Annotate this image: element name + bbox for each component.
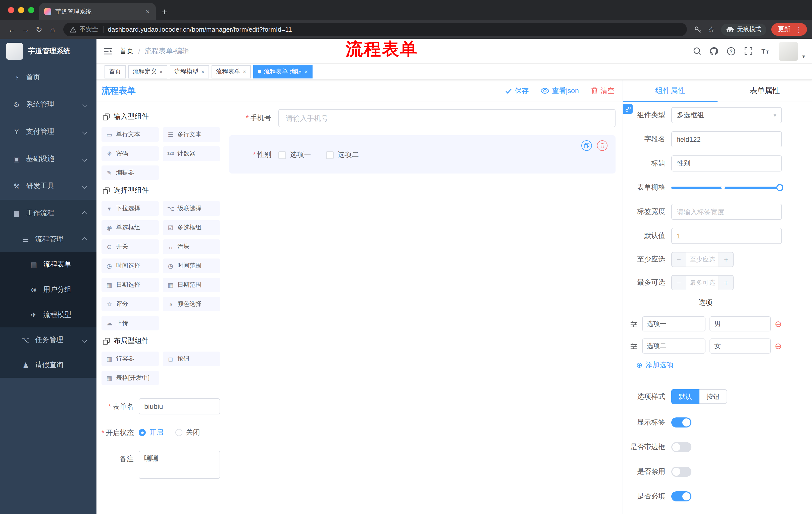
tag-4[interactable]: 流程表单-编辑× (253, 65, 313, 78)
sidebar-item-tools[interactable]: ⚒研发工具 (0, 172, 96, 200)
toggle-switch[interactable] (671, 442, 691, 452)
option-value-input[interactable] (710, 316, 771, 331)
toggle-switch[interactable] (671, 417, 691, 428)
component-checkbox-group[interactable]: ☑多选框组 (163, 220, 220, 235)
browser-tab[interactable]: 芋道管理系统 × (39, 3, 156, 20)
bookmark-star-icon[interactable]: ☆ (704, 25, 718, 34)
tag-2[interactable]: 流程模型× (170, 65, 209, 78)
sidebar-item-user-group[interactable]: ⊚用户分组 (0, 277, 96, 302)
form-canvas[interactable]: *手机号 (224, 102, 622, 514)
component-time[interactable]: ◷时间选择 (102, 259, 159, 273)
browser-update-button[interactable]: 更新 ⋮ (771, 23, 807, 36)
remove-option-icon[interactable]: ⊖ (775, 320, 782, 328)
sidebar-item-gear[interactable]: ⚙系统管理 (0, 91, 96, 118)
fullscreen-icon[interactable] (742, 45, 755, 58)
component-multi-text[interactable]: ☰多行文本 (163, 127, 220, 142)
label-width-input[interactable] (671, 204, 782, 220)
forward-button[interactable]: → (19, 25, 32, 34)
sidebar-item-pay[interactable]: ¥支付管理 (0, 118, 96, 145)
sidebar-item-task[interactable]: ⌥任务管理 (0, 327, 96, 353)
component-time-range[interactable]: ◷时间范围 (163, 259, 220, 273)
remove-option-icon[interactable]: ⊖ (775, 342, 782, 350)
option-label-input[interactable] (642, 316, 706, 331)
component-radio-group[interactable]: ◉单选框组 (102, 220, 159, 235)
tab-form-props[interactable]: 表单属性 (718, 80, 812, 102)
canvas-field-gender-selected[interactable]: *性别 选项一 选项二 (229, 135, 615, 173)
component-counter[interactable]: 123计数器 (163, 146, 220, 161)
component-row[interactable]: ▥行容器 (102, 352, 159, 366)
tag-close-icon[interactable]: × (159, 68, 163, 75)
minimize-window-button[interactable] (18, 7, 24, 13)
component-color[interactable]: ◑颜色选择 (163, 297, 220, 311)
component-date-range[interactable]: ▦日期范围 (163, 278, 220, 292)
clear-button[interactable]: 清空 (591, 86, 614, 95)
component-type-select[interactable]: 多选框组 ▾ (671, 107, 782, 123)
font-size-icon[interactable]: TT (759, 45, 772, 58)
sidebar-toggle-icon[interactable] (104, 47, 113, 55)
component-password[interactable]: ✳密码 (102, 146, 159, 161)
slider-handle[interactable] (776, 184, 783, 191)
component-cascader[interactable]: ⌥级联选择 (163, 201, 220, 216)
component-slider[interactable]: ↔滑块 (163, 239, 220, 254)
option-style-default-button[interactable]: 默认 (671, 389, 699, 404)
component-table[interactable]: ▦表格[开发中] (102, 371, 159, 385)
save-button[interactable]: 保存 (505, 86, 529, 95)
key-icon[interactable] (691, 25, 704, 33)
copy-field-button[interactable] (581, 140, 592, 151)
component-switch[interactable]: ⊙开关 (102, 239, 159, 254)
default-value-input[interactable] (671, 228, 782, 244)
new-tab-button[interactable]: + (162, 7, 167, 17)
search-icon[interactable] (691, 45, 704, 58)
component-select[interactable]: ▾下拉选择 (102, 201, 159, 216)
field-name-input[interactable] (671, 131, 782, 147)
sidebar-item-leave[interactable]: ♟请假查询 (0, 353, 96, 378)
tag-1[interactable]: 流程定义× (128, 65, 167, 78)
checkbox-option-1[interactable]: 选项一 (279, 151, 311, 159)
tab-close-icon[interactable]: × (145, 7, 151, 16)
tag-0[interactable]: 首页 (105, 65, 126, 78)
title-input[interactable] (671, 155, 782, 171)
status-radio-off[interactable]: 关闭 (175, 428, 200, 437)
add-option-button[interactable]: ⊕ 添加选项 (636, 360, 782, 370)
decrease-button[interactable]: − (672, 252, 686, 267)
checkbox-option-2[interactable]: 选项二 (326, 151, 359, 159)
sidebar-item-process-mgmt[interactable]: ☰流程管理 (0, 227, 96, 252)
component-single-text[interactable]: ▭单行文本 (102, 127, 159, 142)
sidebar-item-infra[interactable]: ▣基础设施 (0, 145, 96, 172)
increase-button[interactable]: + (719, 276, 733, 290)
component-editor[interactable]: ✎编辑器 (102, 165, 159, 180)
tab-component-props[interactable]: 组件属性 (623, 80, 718, 102)
increase-button[interactable]: + (719, 252, 733, 267)
github-icon[interactable] (708, 45, 721, 58)
tag-close-icon[interactable]: × (243, 68, 246, 75)
sidebar-item-model[interactable]: ✈流程模型 (0, 302, 96, 327)
tag-close-icon[interactable]: × (201, 68, 204, 75)
phone-input[interactable] (279, 109, 615, 127)
form-remark-textarea[interactable]: 嘿嘿 (139, 451, 220, 479)
sidebar-item-form[interactable]: ▤流程表单 (0, 252, 96, 277)
status-radio-on[interactable]: 开启 (139, 428, 163, 437)
sidebar-item-dashboard[interactable]: ◔首页 (0, 64, 96, 91)
sidebar-item-workflow[interactable]: ▦工作流程 (0, 200, 96, 227)
breadcrumb-home[interactable]: 首页 (120, 47, 134, 56)
toggle-switch[interactable] (671, 491, 691, 502)
stepper-placeholder[interactable]: 至少应选 (686, 252, 719, 267)
canvas-field-gender[interactable]: *性别 选项一 选项二 (229, 151, 615, 159)
canvas-field-phone[interactable]: *手机号 (229, 109, 615, 127)
tag-3[interactable]: 流程表单× (211, 65, 251, 78)
help-icon[interactable]: ? (725, 45, 738, 58)
address-bar[interactable]: 不安全 dashboard.yudao.iocoder.cn/bpm/manag… (63, 23, 687, 36)
close-window-button[interactable] (8, 7, 14, 13)
tag-close-icon[interactable]: × (304, 68, 308, 75)
back-button[interactable]: ← (5, 25, 19, 34)
drag-handle-icon[interactable] (629, 320, 638, 328)
user-avatar[interactable] (779, 42, 798, 61)
option-style-button-button[interactable]: 按钮 (699, 389, 727, 404)
view-json-button[interactable]: 查看json (541, 86, 579, 95)
drag-handle-icon[interactable] (629, 342, 638, 350)
toggle-switch[interactable] (671, 467, 691, 477)
component-rate[interactable]: ☆评分 (102, 297, 159, 311)
grid-slider[interactable] (671, 180, 782, 196)
component-date[interactable]: ▦日期选择 (102, 278, 159, 292)
stepper-placeholder[interactable]: 最多可选 (686, 276, 719, 290)
